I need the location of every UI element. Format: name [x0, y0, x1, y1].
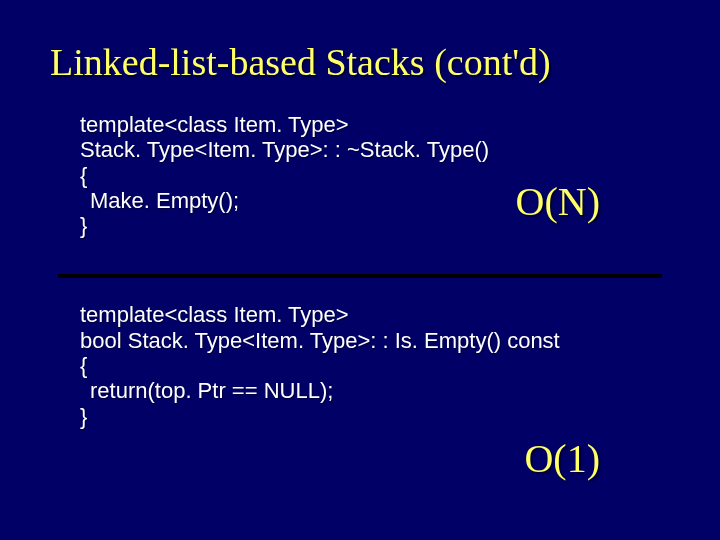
code-line: Make. Empty();	[80, 188, 720, 213]
code-line: template<class Item. Type>	[80, 302, 720, 327]
slide-title: Linked-list-based Stacks (cont'd)	[0, 0, 720, 84]
code-line: return(top. Ptr == NULL);	[80, 378, 720, 403]
code-line: {	[80, 353, 720, 378]
code-block-destructor: template<class Item. Type> Stack. Type<I…	[0, 112, 720, 238]
code-line: }	[80, 404, 720, 429]
code-block-isempty: template<class Item. Type> bool Stack. T…	[0, 302, 720, 428]
code-line: template<class Item. Type>	[80, 112, 720, 137]
code-line: Stack. Type<Item. Type>: : ~Stack. Type(…	[80, 137, 720, 162]
slide: Linked-list-based Stacks (cont'd) templa…	[0, 0, 720, 540]
divider-line	[58, 274, 662, 278]
code-line: bool Stack. Type<Item. Type>: : Is. Empt…	[80, 328, 720, 353]
code-line: {	[80, 163, 720, 188]
complexity-label-on: O(N)	[516, 178, 600, 225]
complexity-label-o1: O(1)	[524, 435, 600, 482]
code-line: }	[80, 213, 720, 238]
